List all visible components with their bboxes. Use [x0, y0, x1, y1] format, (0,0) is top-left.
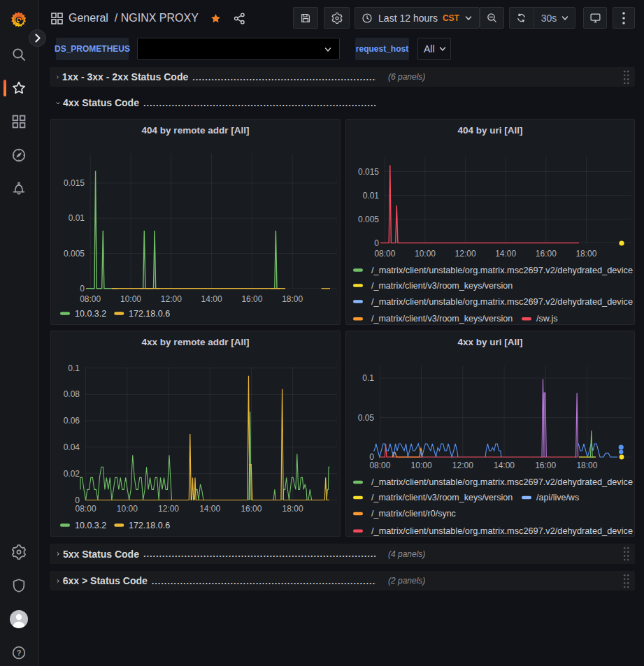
svg-text:0.005: 0.005: [358, 215, 379, 224]
svg-text:08:00: 08:00: [76, 504, 96, 514]
svg-text:10:00: 10:00: [120, 294, 141, 304]
svg-text:/_matrix/client/v3/room_keys/v: /_matrix/client/v3/room_keys/version: [371, 281, 513, 291]
svg-text:14:00: 14:00: [201, 294, 222, 304]
svg-text:12:00: 12:00: [158, 504, 179, 514]
svg-text:0.08: 0.08: [64, 389, 80, 399]
svg-text:10:00: 10:00: [411, 461, 432, 470]
svg-text:10:00: 10:00: [117, 504, 138, 514]
svg-text:/_matrix/client/r0/sync: /_matrix/client/r0/sync: [371, 509, 456, 519]
svg-text:/sw.js: /sw.js: [536, 314, 558, 324]
svg-text:0.05: 0.05: [358, 413, 375, 423]
svg-text:172.18.0.6: 172.18.0.6: [129, 521, 170, 530]
svg-text:/api/live/ws: /api/live/ws: [536, 493, 579, 502]
svg-text:0.01: 0.01: [363, 191, 380, 201]
svg-text:0: 0: [80, 284, 85, 294]
svg-text:16:00: 16:00: [241, 504, 262, 514]
svg-text:14:00: 14:00: [494, 461, 515, 470]
svg-text:12:00: 12:00: [452, 461, 473, 470]
svg-text:14:00: 14:00: [495, 249, 516, 259]
svg-text:18:00: 18:00: [575, 249, 596, 259]
svg-text:0.015: 0.015: [358, 167, 379, 177]
svg-text:16:00: 16:00: [535, 461, 556, 470]
svg-text:12:00: 12:00: [455, 249, 476, 259]
svg-text:/_matrix/client/unstable/org.m: /_matrix/client/unstable/org.matrix.msc2…: [371, 526, 633, 536]
svg-text:16:00: 16:00: [536, 249, 557, 259]
svg-text:18:00: 18:00: [282, 294, 303, 304]
svg-text:/_matrix/client/unstable/org.m: /_matrix/client/unstable/org.matrix.msc2…: [371, 297, 633, 307]
svg-text:10.0.3.2: 10.0.3.2: [75, 309, 106, 319]
svg-text:172.18.0.6: 172.18.0.6: [129, 309, 170, 319]
svg-text:/_matrix/client/v3/room_keys/v: /_matrix/client/v3/room_keys/version: [371, 314, 513, 324]
svg-text:08:00: 08:00: [374, 249, 395, 259]
svg-text:0: 0: [374, 238, 379, 248]
svg-text:0.1: 0.1: [362, 373, 374, 383]
svg-text:0.04: 0.04: [64, 442, 80, 452]
svg-text:18:00: 18:00: [282, 504, 303, 514]
svg-text:?: ?: [17, 649, 22, 657]
svg-text:18:00: 18:00: [576, 461, 597, 470]
svg-text:0.01: 0.01: [69, 213, 85, 223]
svg-text:/_matrix/client/v3/room_keys/v: /_matrix/client/v3/room_keys/version: [371, 493, 513, 502]
svg-text:/_matrix/client/unstable/org.m: /_matrix/client/unstable/org.matrix.msc2…: [371, 477, 633, 487]
svg-text:14:00: 14:00: [199, 504, 220, 514]
svg-text:10:00: 10:00: [415, 249, 436, 259]
svg-text:12:00: 12:00: [161, 294, 182, 304]
svg-text:0.02: 0.02: [64, 469, 80, 479]
svg-text:0.06: 0.06: [64, 416, 80, 426]
svg-text:0.005: 0.005: [64, 249, 85, 259]
svg-text:08:00: 08:00: [80, 294, 101, 304]
svg-text:08:00: 08:00: [369, 461, 390, 470]
svg-text:16:00: 16:00: [241, 294, 262, 304]
svg-text:0.1: 0.1: [68, 363, 80, 373]
svg-text:/_matrix/client/unstable/org.m: /_matrix/client/unstable/org.matrix.msc2…: [371, 266, 633, 275]
svg-text:0.015: 0.015: [64, 178, 85, 188]
svg-text:10.0.3.2: 10.0.3.2: [75, 521, 106, 530]
